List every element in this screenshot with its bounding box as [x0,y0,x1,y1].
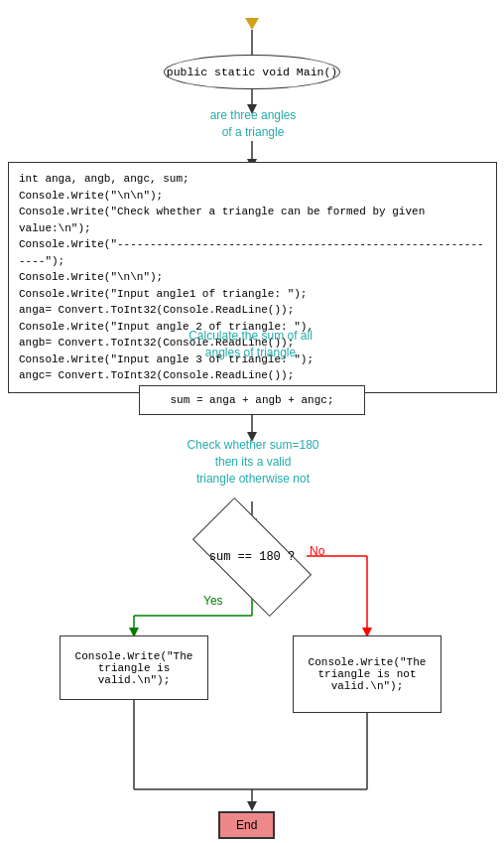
yes-action-box: Console.Write("The triangle is valid.\n"… [60,635,208,700]
start-terminal-arrow [245,18,259,30]
svg-marker-23 [247,801,257,811]
comment2: Calculate the sum of all angles of trian… [159,328,342,361]
no-label: No [310,544,324,558]
stmt-node: sum = anga + angb + angc; [139,385,365,415]
comment1: are three angles of a triangle [179,107,327,141]
yes-label: Yes [203,594,223,608]
comment3: Check whether sum=180 then its a valid t… [159,437,347,487]
no-action-box: Console.Write("The triangle is not valid… [293,635,441,713]
end-box: End [218,811,275,839]
decision-diamond: sum == 180 ? [197,524,307,589]
start-oval: public static void Main() [164,55,340,89]
flowchart: public static void Main() are three angl… [0,0,504,843]
